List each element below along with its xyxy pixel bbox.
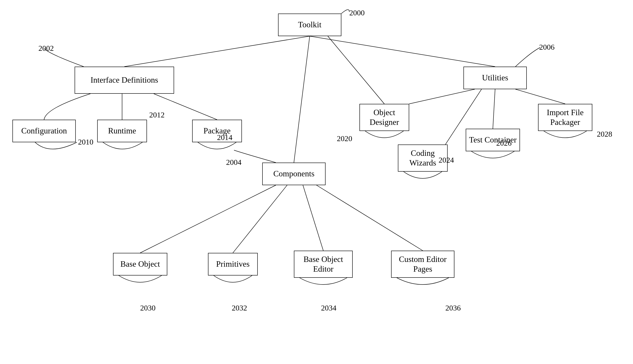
ref-2002: 2002	[39, 44, 54, 52]
custom-editor-pages-label: Custom EditorPages	[399, 254, 447, 274]
ref-2010: 2010	[78, 138, 93, 146]
import-file-packager-label: Import FilePackager	[547, 108, 584, 127]
toolkit-node: Toolkit	[278, 14, 341, 36]
ref-2032: 2032	[232, 304, 247, 312]
ref-2036: 2036	[445, 304, 461, 312]
configuration-node: Configuration	[13, 120, 76, 142]
configuration-label: Configuration	[21, 126, 67, 136]
interface-definitions-label: Interface Definitions	[91, 75, 158, 85]
svg-line-5	[328, 36, 384, 104]
ref-2000: 2000	[349, 8, 365, 17]
ref-2004: 2004	[226, 158, 242, 167]
utilities-label: Utilities	[482, 73, 508, 83]
svg-line-6	[409, 89, 475, 104]
svg-line-10	[140, 185, 276, 253]
svg-line-2	[310, 36, 495, 66]
interface-definitions-node: Interface Definitions	[75, 66, 174, 94]
runtime-node: Runtime	[97, 120, 147, 142]
ref-2020: 2020	[337, 134, 352, 143]
ref-2028: 2028	[597, 130, 612, 138]
custom-editor-pages-node: Custom EditorPages	[391, 251, 454, 278]
ref-2034: 2034	[321, 304, 336, 312]
svg-line-8	[493, 89, 495, 129]
import-file-packager-node: Import FilePackager	[538, 104, 592, 131]
base-object-label: Base Object	[120, 259, 160, 269]
object-designer-node: ObjectDesigner	[359, 104, 409, 131]
components-label: Components	[273, 169, 314, 178]
primitives-label: Primitives	[216, 259, 250, 269]
base-object-node: Base Object	[113, 253, 167, 276]
svg-line-0	[124, 36, 310, 66]
coding-wizards-label: CodingWizards	[409, 148, 436, 168]
utilities-node: Utilities	[464, 66, 527, 89]
svg-line-1	[294, 36, 310, 162]
toolkit-label: Toolkit	[298, 20, 321, 30]
svg-line-11	[233, 185, 287, 253]
svg-line-9	[515, 89, 565, 104]
primitives-node: Primitives	[208, 253, 258, 276]
ref-2012: 2012	[149, 111, 165, 119]
runtime-label: Runtime	[108, 126, 136, 136]
ref-2024: 2024	[439, 156, 454, 164]
components-node: Components	[262, 162, 326, 185]
svg-line-12	[303, 185, 323, 251]
ref-2014: 2014	[217, 133, 233, 142]
svg-line-13	[316, 185, 423, 251]
base-object-editor-node: Base ObjectEditor	[294, 251, 353, 278]
ref-2026: 2026	[496, 139, 512, 148]
ref-2006: 2006	[539, 43, 555, 52]
ref-2030: 2030	[140, 304, 155, 312]
base-object-editor-label: Base ObjectEditor	[304, 254, 343, 274]
object-designer-label: ObjectDesigner	[370, 108, 399, 127]
test-container-node: Test Container	[466, 129, 520, 151]
